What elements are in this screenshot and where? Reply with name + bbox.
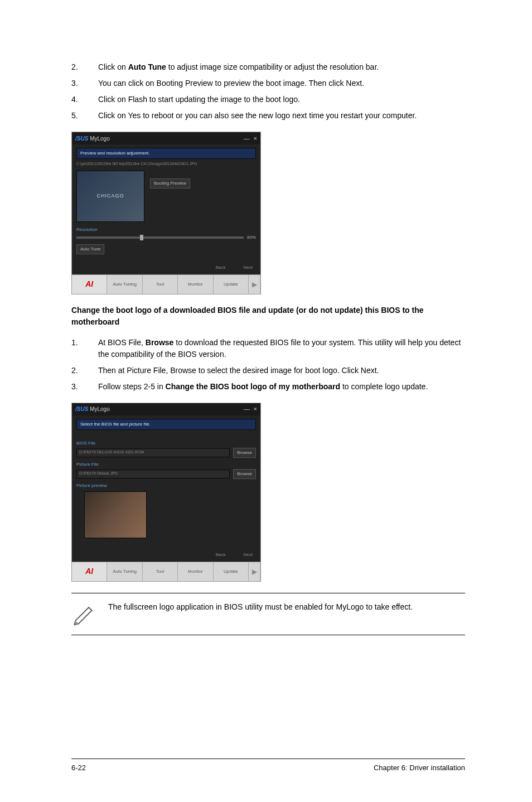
step-number: 2. [71,61,98,73]
picture-preview-image [84,491,147,538]
chevron-right-icon[interactable]: ▶ [249,275,260,294]
bottom-tabs: AI Auto Tuning Tool Monitor Update ▶ [72,562,260,581]
picture-file-field[interactable]: D:\P6X79 Deluxe.JPG [76,470,230,479]
step-3: 3. You can click on Booting Preview to p… [71,78,465,89]
step-4: 4. Click on Flash to start updating the … [71,94,465,105]
bottom-tabs: AI Auto Tuning Tool Monitor Update ▶ [72,274,260,294]
pencil-icon [71,599,96,629]
window-controls: — × [241,134,257,143]
step-number: 3. [71,381,98,393]
bios-file-field[interactable]: D:\P6X79 DELUXE ASUS 4201.ROM [76,448,230,457]
step-3b: 3. Follow steps 2-5 in Change the BIOS b… [71,381,465,393]
step-text: Click on Auto Tune to adjust image size … [98,61,465,73]
step-5: 5. Click on Yes to reboot or you can als… [71,110,465,122]
minimize-icon[interactable]: — [244,405,250,412]
mylogo-screenshot-2: /SUS MyLogo — × Select the BIOS file and… [71,403,261,582]
chapter-label: Chapter 6: Driver installation [374,762,465,774]
resolution-slider[interactable] [76,236,244,239]
step-text: At BIOS File, Browse to download the req… [98,337,465,360]
window-controls: — × [241,404,257,414]
picture-browse-button[interactable]: Browse [233,469,256,479]
step-number: 2. [71,365,98,376]
tab-tool[interactable]: Tool [143,275,178,294]
close-icon[interactable]: × [254,405,257,412]
step-number: 5. [71,110,98,122]
step-number: 1. [71,337,98,360]
step-1: 1. At BIOS File, Browse to download the … [71,337,465,360]
note-box: The fullscreen logo application in BIOS … [71,593,465,635]
tab-tool[interactable]: Tool [143,562,178,581]
window-brand: /SUS MyLogo [75,405,110,413]
next-button[interactable]: Next [240,550,256,559]
picture-file-label: Picture File [76,461,256,468]
step-text: Follow steps 2-5 in Change the BIOS boot… [98,381,465,393]
window-titlebar: /SUS MyLogo — × [72,132,260,144]
back-button[interactable]: Back [212,263,229,272]
banner-text: Preview and resolution adjustment. [76,148,256,159]
minimize-icon[interactable]: — [244,135,250,142]
tab-update[interactable]: Update [214,275,249,294]
page-number: 6-22 [71,762,86,774]
tab-monitor[interactable]: Monitor [178,275,213,294]
bios-file-label: BIOS File [76,440,256,447]
picture-preview-label: Picture preview [76,482,256,489]
file-path: C:\pic\2011\2011the ND trip\2011the CN C… [76,161,256,167]
step-text: Click on Yes to reboot or you can also s… [98,110,465,122]
auto-tune-button[interactable]: Auto Tune [76,244,104,254]
brand-logo-icon: AI [72,275,107,294]
booting-preview-button[interactable]: Booting Preview [150,178,190,189]
step-2b: 2. Then at Picture File, Browse to selec… [71,365,465,376]
step-number: 3. [71,78,98,89]
window-titlebar: /SUS MyLogo — × [72,403,260,416]
banner-text: Select the BIOS file and picture file. [76,419,256,430]
chevron-right-icon[interactable]: ▶ [249,562,260,581]
tab-update[interactable]: Update [214,562,249,581]
steps-top: 2. Click on Auto Tune to adjust image si… [71,61,465,122]
back-button[interactable]: Back [212,550,229,559]
slider-value: 80% [247,234,256,241]
bios-browse-button[interactable]: Browse [233,448,256,458]
window-brand: /SUS MyLogo [75,134,110,143]
brand-logo-icon: AI [72,562,107,581]
step-text: You can click on Booting Preview to prev… [98,78,465,89]
note-text: The fullscreen logo application in BIOS … [108,599,413,613]
step-text: Then at Picture File, Browse to select t… [98,365,465,376]
mylogo-screenshot-1: /SUS MyLogo — × Preview and resolution a… [71,132,261,294]
resolution-label: Resolution [76,226,256,233]
tab-monitor[interactable]: Monitor [178,562,213,581]
section-title: Change the boot logo of a downloaded BIO… [71,305,465,328]
tab-auto-tuning[interactable]: Auto Tuning [107,275,142,294]
step-2: 2. Click on Auto Tune to adjust image si… [71,61,465,73]
image-preview: CHICAGO [76,171,144,222]
step-text: Click on Flash to start updating the ima… [98,94,465,105]
next-button[interactable]: Next [240,263,256,272]
tab-auto-tuning[interactable]: Auto Tuning [107,562,142,581]
step-number: 4. [71,94,98,105]
page-footer: 6-22 Chapter 6: Driver installation [71,758,465,774]
close-icon[interactable]: × [254,135,257,142]
steps-bottom: 1. At BIOS File, Browse to download the … [71,337,465,393]
